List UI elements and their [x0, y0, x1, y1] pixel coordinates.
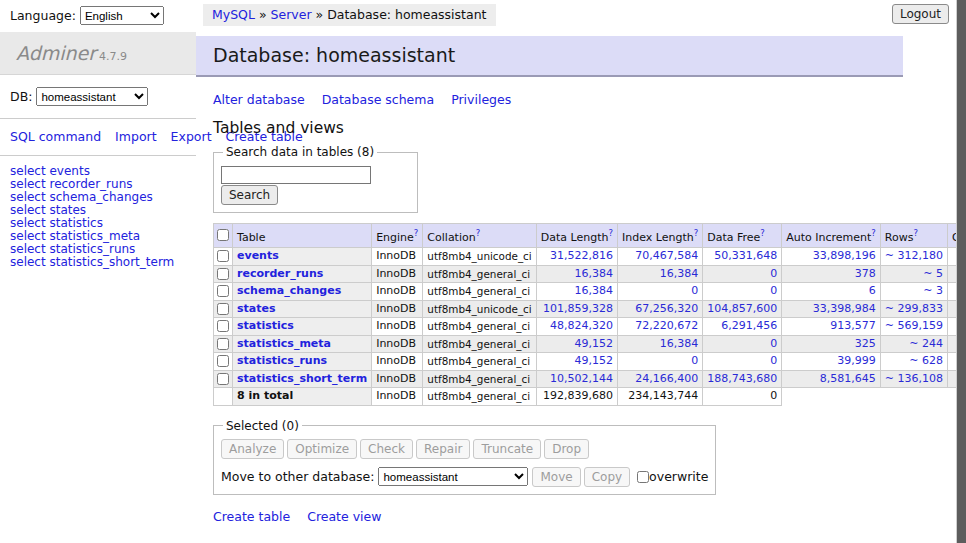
rows-value[interactable]: ~ 299,833 [885, 302, 943, 315]
data-free-value[interactable]: 6,291,456 [721, 319, 777, 332]
help-icon[interactable]: ? [414, 228, 419, 238]
table-link[interactable]: states [237, 302, 276, 315]
move-action-button[interactable]: Copy [584, 467, 630, 487]
sidebar-select-link[interactable]: select statistics [10, 216, 103, 230]
sidebar-select-link[interactable]: select statistics_meta [10, 229, 140, 243]
index-length-value[interactable]: 16,384 [660, 337, 699, 350]
selected-action-button[interactable]: Optimize [287, 439, 357, 459]
language-select[interactable]: English [80, 6, 164, 25]
auto-increment-value[interactable]: 325 [855, 337, 876, 350]
auto-increment-value[interactable]: 39,999 [837, 354, 876, 367]
column-header-label: Data Length [541, 231, 609, 244]
sidebar-action-link[interactable]: Import [115, 129, 157, 144]
data-free-value[interactable]: 0 [770, 284, 777, 297]
index-length-value[interactable]: 0 [691, 284, 698, 297]
search-input[interactable] [221, 166, 371, 184]
search-button[interactable]: Search [221, 185, 278, 205]
rows-value[interactable]: ~ 312,180 [885, 249, 943, 262]
table-link[interactable]: events [237, 249, 279, 262]
logout-button[interactable]: Logout [892, 4, 949, 24]
row-checkbox[interactable] [217, 320, 229, 332]
row-checkbox[interactable] [217, 303, 229, 315]
database-action-link[interactable]: Privileges [451, 92, 511, 107]
data-free-value[interactable]: 0 [770, 337, 777, 350]
sidebar-select-link[interactable]: select recorder_runs [10, 177, 133, 191]
auto-increment-value[interactable]: 6 [869, 284, 876, 297]
index-length-value[interactable]: 0 [691, 354, 698, 367]
data-length-value[interactable]: 49,152 [574, 337, 613, 350]
select-all-checkbox[interactable] [217, 229, 229, 241]
data-length-value[interactable]: 31,522,816 [550, 249, 613, 262]
row-checkbox[interactable] [217, 373, 229, 385]
data-free-value[interactable]: 0 [770, 354, 777, 367]
help-icon[interactable]: ? [871, 228, 876, 238]
selected-action-button[interactable]: Check [360, 439, 413, 459]
auto-increment-value[interactable]: 913,577 [830, 319, 876, 332]
index-length-value[interactable]: 24,166,400 [635, 372, 698, 385]
data-free-value[interactable]: 188,743,680 [707, 372, 777, 385]
help-icon[interactable]: ? [608, 228, 613, 238]
rows-value[interactable]: ~ 3 [923, 284, 943, 297]
database-action-link[interactable]: Alter database [213, 92, 305, 107]
data-length-value[interactable]: 16,384 [574, 284, 613, 297]
data-length-value[interactable]: 101,859,328 [543, 302, 613, 315]
auto-increment-value[interactable]: 33,898,196 [813, 249, 876, 262]
sidebar-select-link[interactable]: select schema_changes [10, 190, 153, 204]
index-length-value[interactable]: 72,220,672 [635, 319, 698, 332]
index-length-value[interactable]: 70,467,584 [635, 249, 698, 262]
data-length-value[interactable]: 10,502,144 [550, 372, 613, 385]
auto-increment-value[interactable]: 378 [855, 267, 876, 280]
data-free-value[interactable]: 104,857,600 [707, 302, 777, 315]
row-checkbox[interactable] [217, 250, 229, 262]
tables-heading: Tables and views [213, 119, 903, 137]
db-select[interactable]: homeassistant [36, 87, 148, 106]
row-checkbox[interactable] [217, 268, 229, 280]
table-link[interactable]: statistics_short_term [237, 372, 367, 385]
help-icon[interactable]: ? [760, 228, 765, 238]
rows-value[interactable]: ~ 244 [909, 337, 943, 350]
help-icon[interactable]: ? [476, 228, 481, 238]
move-action-button[interactable]: Move [532, 467, 580, 487]
data-free-value[interactable]: 50,331,648 [714, 249, 777, 262]
overwrite-label[interactable]: overwrite [649, 469, 708, 484]
table-link[interactable]: statistics_runs [237, 354, 327, 367]
data-length-value[interactable]: 16,384 [574, 267, 613, 280]
create-link[interactable]: Create view [307, 509, 381, 524]
rows-value[interactable]: ~ 5 [923, 267, 943, 280]
sidebar-select-link[interactable]: select statistics_short_term [10, 255, 174, 269]
help-icon[interactable]: ? [694, 228, 699, 238]
selected-action-button[interactable]: Analyze [221, 439, 284, 459]
sidebar-select-link[interactable]: select events [10, 164, 90, 178]
table-link[interactable]: schema_changes [237, 284, 341, 297]
table-link[interactable]: statistics [237, 319, 294, 332]
rows-value[interactable]: ~ 569,159 [885, 319, 943, 332]
index-length-value[interactable]: 16,384 [660, 267, 699, 280]
create-link[interactable]: Create table [213, 509, 290, 524]
data-length-value[interactable]: 48,824,320 [550, 319, 613, 332]
selected-action-button[interactable]: Truncate [473, 439, 541, 459]
sidebar-action-link[interactable]: SQL command [10, 129, 101, 144]
move-db-select[interactable]: homeassistant [378, 467, 528, 486]
table-link[interactable]: statistics_meta [237, 337, 331, 350]
rows-value[interactable]: ~ 628 [909, 354, 943, 367]
index-length-value[interactable]: 67,256,320 [635, 302, 698, 315]
data-length-value[interactable]: 49,152 [574, 354, 613, 367]
sidebar-select-link[interactable]: select states [10, 203, 86, 217]
sidebar-select-link[interactable]: select statistics_runs [10, 242, 135, 256]
auto-increment-value[interactable]: 8,581,645 [820, 372, 876, 385]
selected-action-button[interactable]: Repair [416, 439, 470, 459]
overwrite-checkbox[interactable] [637, 471, 649, 483]
rows-value[interactable]: ~ 136,108 [885, 372, 943, 385]
help-icon[interactable]: ? [913, 228, 918, 238]
auto-increment-value[interactable]: 33,398,984 [813, 302, 876, 315]
row-checkbox[interactable] [217, 355, 229, 367]
row-checkbox[interactable] [217, 338, 229, 350]
database-action-link[interactable]: Database schema [322, 92, 434, 107]
vertical-scrollbar[interactable] [956, 0, 966, 543]
breadcrumb-server-link[interactable]: Server [271, 7, 312, 22]
data-free-value[interactable]: 0 [770, 267, 777, 280]
row-checkbox[interactable] [217, 285, 229, 297]
table-link[interactable]: recorder_runs [237, 267, 323, 280]
breadcrumb-mysql-link[interactable]: MySQL [212, 7, 255, 22]
selected-action-button[interactable]: Drop [544, 439, 589, 459]
